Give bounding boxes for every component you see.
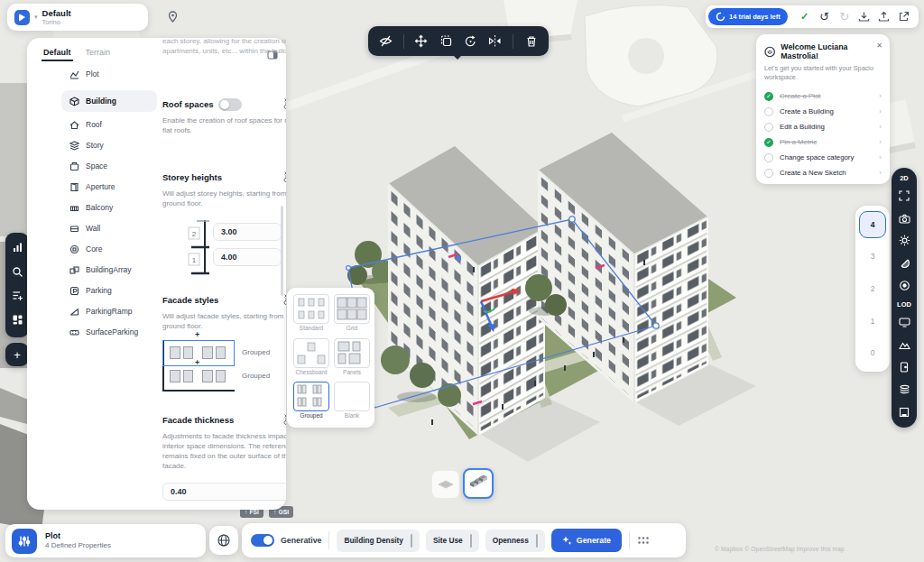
slider-handle[interactable] [411, 534, 412, 548]
selected-object-subtitle: 4 Defined Properties [45, 541, 111, 550]
slider-handle[interactable] [536, 534, 538, 548]
selected-object-card[interactable]: Plot 4 Defined Properties [5, 524, 206, 557]
metrics-chart-icon[interactable] [12, 241, 23, 257]
floor-button-2[interactable]: 2 [859, 275, 886, 302]
undo-icon[interactable]: ↺ [815, 10, 835, 23]
chevron-right-icon: › [879, 153, 882, 161]
facade-option-blank[interactable] [334, 382, 370, 411]
open-external-icon[interactable] [894, 11, 914, 23]
pin-metric-icon[interactable] [282, 293, 286, 309]
storey-heights-description: Will adjust storey heights, starting fro… [162, 189, 286, 208]
toolbar-divider [403, 34, 404, 49]
storey-height-input-2[interactable] [213, 223, 282, 241]
story-icon [69, 141, 79, 151]
storey-diagram: 2 1 [188, 218, 209, 276]
facade-option-grouped[interactable] [293, 382, 329, 411]
check-todo-icon [764, 169, 773, 178]
pin-metric-icon[interactable] [282, 97, 286, 114]
roof-spaces-toggle[interactable] [218, 98, 242, 111]
delete-icon[interactable] [524, 34, 539, 49]
toolbar-caret [453, 55, 462, 60]
generative-toggle[interactable] [251, 534, 274, 547]
floor-button-3[interactable]: 3 [859, 243, 886, 270]
rotate-icon[interactable] [464, 34, 478, 49]
check-todo-icon [764, 107, 773, 116]
balcony-icon [69, 203, 79, 213]
site-use-slider[interactable]: Site Use [426, 530, 479, 552]
generate-button[interactable]: Generate [551, 529, 622, 552]
redo-icon[interactable]: ↻ [835, 10, 855, 23]
duplicate-icon[interactable] [439, 34, 453, 49]
checklist-item[interactable]: Create a New Sketch› [764, 166, 882, 180]
tab-terrain[interactable]: Terrain [84, 45, 113, 61]
chevron-down-icon[interactable]: ▾ [34, 14, 38, 21]
floor-selector: 4 3 2 1 0 [855, 206, 890, 372]
add-facade-row-icon[interactable]: + [195, 358, 199, 367]
pin-metric-icon[interactable] [282, 170, 286, 187]
shadows-icon[interactable] [899, 256, 910, 272]
hide-icon[interactable] [378, 34, 393, 49]
spacio-logo-icon [764, 46, 775, 58]
layers-icon[interactable] [899, 382, 910, 399]
checklist-item[interactable]: Edit a Building› [764, 120, 882, 134]
checklist-item[interactable]: ✓Pin a Metric› [764, 135, 882, 149]
chevron-right-icon: › [879, 123, 882, 131]
trial-badge[interactable]: 14 trial days left [708, 8, 788, 25]
checklist-item[interactable]: Change space category› [764, 151, 882, 164]
slider-handle[interactable] [470, 534, 472, 548]
sun-icon[interactable] [899, 234, 910, 250]
facade-row-label[interactable]: Grouped [242, 372, 270, 380]
floor-button-1[interactable]: 1 [859, 308, 886, 335]
facade-thickness-input[interactable] [162, 483, 286, 501]
facade-option-panels[interactable] [334, 338, 370, 368]
camera-icon[interactable] [899, 211, 910, 227]
parking-icon [69, 286, 79, 296]
floor-button-0[interactable]: 0 [859, 339, 886, 366]
lod-button[interactable]: LOD [897, 300, 911, 309]
terrain-icon[interactable] [899, 337, 910, 354]
generative-bar: Generative Building Density Site Use Ope… [242, 523, 686, 557]
focus-icon[interactable] [899, 279, 910, 295]
dashboard-icon[interactable] [12, 313, 23, 329]
openness-slider[interactable]: Openness [485, 530, 545, 552]
properties-panel: Default Terrain Plot Building Roof Story… [27, 38, 286, 510]
design-option-flat[interactable] [432, 471, 459, 498]
facade-option-chessboard[interactable] [293, 338, 329, 368]
filter-add-icon[interactable] [12, 289, 23, 305]
pin-metric-icon[interactable] [282, 413, 286, 429]
add-button[interactable]: + [5, 343, 29, 366]
facade-option-standard[interactable] [293, 294, 329, 324]
checklist-item[interactable]: Create a Building› [764, 105, 882, 118]
context-globe-button[interactable] [209, 526, 238, 555]
section-box-icon[interactable] [899, 405, 910, 421]
move-icon[interactable] [414, 34, 429, 49]
check-done-icon: ✓ [764, 138, 773, 147]
close-icon[interactable]: ✕ [876, 41, 882, 50]
building-density-slider[interactable]: Building Density [337, 530, 419, 552]
map-pin-icon[interactable] [168, 11, 178, 27]
add-facade-row-icon[interactable]: + [195, 330, 199, 339]
import-icon[interactable] [855, 11, 874, 23]
fullscreen-icon[interactable] [899, 189, 910, 205]
tab-default[interactable]: Default [42, 45, 73, 61]
project-switcher[interactable]: ▾ Default Torino [7, 4, 148, 31]
options-grid-icon[interactable] [637, 532, 650, 548]
view-2d-button[interactable]: 2D [900, 174, 909, 182]
screen-icon[interactable] [899, 315, 910, 331]
space-icon [69, 161, 79, 171]
analysis-toolbar [5, 233, 29, 337]
building-icon [69, 97, 79, 106]
design-option-extruded[interactable] [463, 468, 494, 499]
door-icon[interactable] [900, 360, 909, 376]
storey-height-input-1[interactable] [213, 248, 282, 266]
checklist-item[interactable]: ✓Create a Plot› [764, 89, 882, 103]
chevron-right-icon: › [879, 92, 882, 100]
floor-button-4[interactable]: 4 [859, 211, 886, 238]
search-icon[interactable] [12, 265, 23, 281]
export-icon[interactable] [874, 11, 894, 23]
facade-row-label[interactable]: Grouped [242, 348, 270, 356]
panel-scrollbar[interactable] [281, 206, 283, 296]
mirror-icon[interactable] [488, 34, 503, 49]
facade-option-grid[interactable] [334, 294, 370, 324]
facade-stack-preview[interactable]: + + [162, 341, 235, 392]
